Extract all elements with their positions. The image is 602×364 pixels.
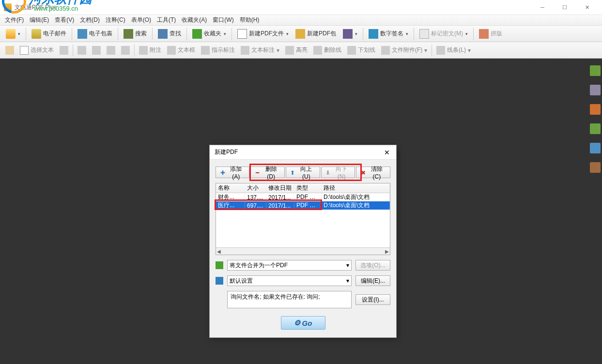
- underline-icon: [347, 46, 356, 55]
- menu-tool[interactable]: 工具(T): [154, 16, 179, 24]
- grid-icon: [479, 29, 489, 39]
- move-up-button[interactable]: ⬆向上(U): [286, 167, 320, 178]
- horizontal-scrollbar[interactable]: ◀▶: [216, 247, 390, 255]
- nav-fwd-button[interactable]: [90, 44, 103, 57]
- select-text-button[interactable]: 选择文本: [17, 44, 56, 57]
- textbox-button[interactable]: 文本框: [165, 44, 198, 57]
- line-icon: [436, 46, 445, 55]
- menu-window[interactable]: 窗口(W): [210, 16, 236, 24]
- minimize-button[interactable]: ─: [531, 0, 554, 15]
- separator: [118, 28, 118, 40]
- redact-icon: [419, 29, 429, 39]
- col-path[interactable]: 路径: [322, 184, 390, 192]
- redo-icon: [121, 46, 130, 55]
- search-label: 搜索: [135, 30, 147, 38]
- menu-comment[interactable]: 注释(C): [103, 16, 128, 24]
- binoculars-icon: [123, 29, 133, 39]
- chevron-down-icon: ▾: [346, 277, 349, 284]
- file-attach-button[interactable]: 文件附件(F)▾: [379, 44, 430, 57]
- menu-form[interactable]: 表单(O): [128, 16, 154, 24]
- go-button[interactable]: ⚙ Go: [281, 316, 325, 330]
- star-icon: [192, 29, 202, 39]
- highlight-button[interactable]: 高亮: [283, 44, 310, 57]
- menu-help[interactable]: 帮助(H): [237, 16, 262, 24]
- separator: [432, 45, 432, 56]
- col-name[interactable]: 名称: [216, 184, 245, 192]
- add-button[interactable]: ✚添加(A): [216, 167, 249, 178]
- table-row[interactable]: 医疗... 697.... 2017/1... PDF 文件 D:\tools\…: [216, 201, 390, 210]
- new-pdf-file-button[interactable]: 新建PDF文件▾: [234, 27, 292, 41]
- nav-back-button[interactable]: [75, 44, 89, 57]
- menu-edit[interactable]: 编辑(E): [27, 16, 52, 24]
- redo-button[interactable]: [119, 44, 132, 57]
- note-icon: [139, 46, 148, 55]
- move-down-button[interactable]: ⬇向下(N): [321, 167, 355, 178]
- panel-lock-icon[interactable]: [590, 85, 601, 95]
- line-button[interactable]: 线条(L)▾: [434, 44, 473, 57]
- options-button[interactable]: 选项(O)...: [355, 260, 390, 271]
- panel-picture-icon[interactable]: [590, 162, 601, 173]
- signature-icon: [369, 29, 378, 39]
- undo-button[interactable]: [104, 44, 118, 57]
- toolbar-main: ▾ 电子邮件 电子包裹 搜索 查找 收藏夹▾ 新建PDF文件▾ 新建PDF包 ▾…: [0, 26, 602, 42]
- underline-button[interactable]: 下划线: [345, 44, 378, 57]
- new-pdf-package-label: 新建PDF包: [307, 30, 336, 38]
- separator: [152, 28, 153, 40]
- new-file-icon: [237, 29, 247, 39]
- search-button[interactable]: 搜索: [121, 27, 150, 41]
- note-label: 附注: [150, 46, 161, 54]
- menu-favorite[interactable]: 收藏夹(A): [179, 16, 210, 24]
- email-button[interactable]: 电子邮件: [29, 27, 69, 41]
- highlight-icon: [285, 46, 294, 55]
- strikethrough-icon: [313, 46, 322, 55]
- table-body[interactable]: 财务... 137.... 2017/1... PDF 文件 D:\tools\…: [216, 193, 390, 247]
- file-attach-label: 文件附件(F): [392, 46, 422, 54]
- col-type[interactable]: 类型: [294, 184, 322, 192]
- edit-button[interactable]: 编辑(E)...: [355, 275, 390, 286]
- epackage-button[interactable]: 电子包裹: [75, 27, 115, 41]
- clear-button[interactable]: ✖清除(C): [356, 167, 390, 178]
- new-pdf-package-button[interactable]: 新建PDF包: [293, 27, 339, 41]
- snapshot-button[interactable]: [57, 44, 71, 57]
- dialog-titlebar: 新建PDF ✕: [210, 145, 396, 160]
- panel-person-icon[interactable]: [590, 123, 601, 134]
- table-row[interactable]: 财务... 137.... 2017/1... PDF 文件 D:\tools\…: [216, 193, 390, 201]
- find-button[interactable]: 查找: [155, 27, 184, 41]
- file-table: 名称 大小 修改日期 类型 路径 财务... 137.... 2017/1...…: [216, 183, 390, 255]
- maximize-button[interactable]: ☐: [554, 0, 576, 15]
- close-button[interactable]: ✕: [576, 0, 598, 15]
- delete-button[interactable]: ━删除(D): [250, 167, 285, 178]
- epackage-label: 电子包裹: [89, 30, 112, 38]
- lock-icon: [343, 29, 353, 39]
- panel-bookmark-icon[interactable]: [590, 104, 601, 115]
- menu-view[interactable]: 查看(V): [52, 16, 77, 24]
- merge-mode-select[interactable]: 将文件合并为一个PDF▾: [227, 260, 352, 271]
- col-size[interactable]: 大小: [245, 184, 266, 192]
- note-button[interactable]: 附注: [137, 44, 164, 57]
- redact-button[interactable]: 标记密文(M)▾: [417, 27, 471, 41]
- col-date[interactable]: 修改日期: [266, 184, 294, 192]
- sign-label: 数字签名: [380, 30, 403, 38]
- menu-file[interactable]: 文件(F): [2, 16, 27, 24]
- dialog-button-row: ✚添加(A) ━删除(D) ⬆向上(U) ⬇向下(N) ✖清除(C): [216, 167, 390, 178]
- imposition-button[interactable]: 拼版: [476, 27, 505, 41]
- strike-label: 删除线: [324, 46, 341, 54]
- separator: [26, 28, 26, 40]
- security-button[interactable]: ▾: [340, 27, 360, 41]
- redact-label: 标记密文(M): [431, 30, 463, 38]
- panel-icon-1[interactable]: [590, 65, 601, 76]
- menu-document[interactable]: 文档(D): [77, 16, 103, 24]
- sign-button[interactable]: 数字签名▾: [366, 27, 411, 41]
- favorites-button[interactable]: 收藏夹▾: [189, 27, 229, 41]
- hand-tool-button[interactable]: [3, 44, 16, 57]
- strike-button[interactable]: 删除线: [311, 44, 344, 57]
- settings-button[interactable]: 设置(I)...: [355, 294, 390, 305]
- open-button[interactable]: ▾: [3, 27, 23, 41]
- highlight-label: 高亮: [296, 46, 308, 54]
- callout-button[interactable]: 指示标注: [199, 44, 237, 57]
- panel-icon-5[interactable]: [590, 143, 601, 153]
- dialog-close-button[interactable]: ✕: [383, 149, 391, 156]
- new-pdf-dialog: 新建PDF ✕ ✚添加(A) ━删除(D) ⬆向上(U) ⬇向下(N) ✖清除(…: [209, 145, 397, 338]
- preset-select[interactable]: 默认设置▾: [227, 275, 352, 286]
- textmark-button[interactable]: 文本标注▾: [238, 44, 282, 57]
